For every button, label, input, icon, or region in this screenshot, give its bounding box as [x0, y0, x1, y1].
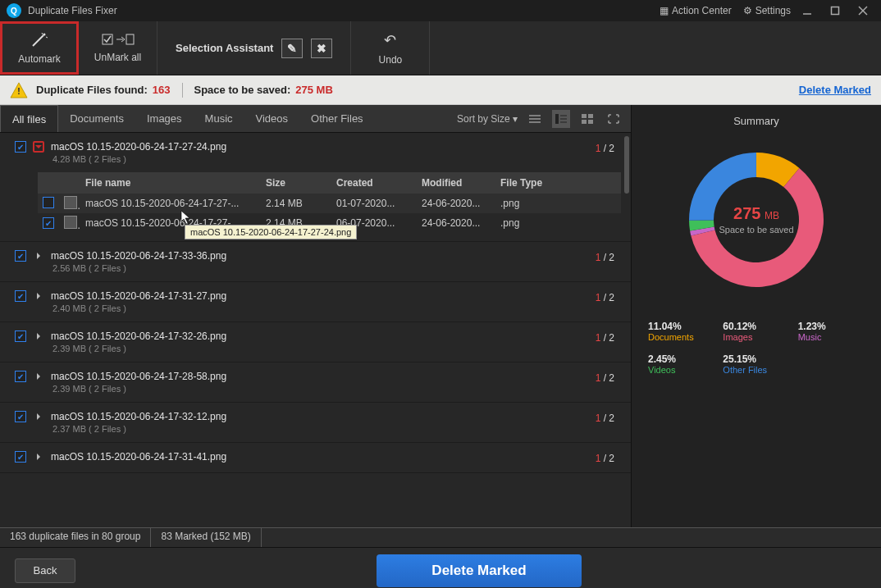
file-group[interactable]: macOS 10.15-2020-06-24-17-33-36.png 2.56…: [0, 242, 631, 282]
group-name: macOS 10.15-2020-06-24-17-27-24.png: [51, 141, 226, 153]
table-header: File name Size Created Modified File Typ…: [38, 172, 621, 194]
expand-caret-icon[interactable]: [33, 451, 44, 463]
group-size: 2.37 MB ( 2 Files ): [52, 424, 621, 434]
group-name: macOS 10.15-2020-06-24-17-33-36.png: [51, 250, 226, 262]
group-checkbox[interactable]: [15, 371, 26, 382]
dup-found-label: Duplicate Files found:: [36, 84, 148, 96]
filter-tabs: All files Documents Images Music Videos …: [0, 105, 631, 133]
unmark-all-button[interactable]: UnMark all: [79, 21, 157, 75]
info-bar: ! Duplicate Files found: 163 Space to be…: [0, 75, 881, 105]
filter-tab-images[interactable]: Images: [135, 105, 194, 132]
image-file-icon: [64, 196, 77, 209]
group-size: 4.28 MB ( 2 Files ): [52, 154, 621, 164]
expand-caret-icon[interactable]: [33, 411, 44, 422]
filter-tab-music[interactable]: Music: [194, 105, 244, 132]
row-created: 01-07-2020...: [331, 198, 417, 209]
status-right: 83 Marked (152 MB): [151, 528, 261, 547]
svg-line-6: [42, 33, 43, 34]
file-group[interactable]: macOS 10.15-2020-06-24-17-32-12.png 2.37…: [0, 403, 631, 443]
group-counter: 1 / 2: [596, 372, 614, 384]
row-checkbox[interactable]: [43, 217, 54, 229]
group-checkbox[interactable]: [15, 141, 26, 153]
svg-rect-19: [588, 114, 593, 118]
svg-rect-1: [832, 7, 839, 15]
group-checkbox[interactable]: [15, 451, 26, 463]
filter-tab-all[interactable]: All files: [0, 105, 58, 132]
group-size: 2.39 MB ( 2 Files ): [52, 344, 621, 353]
left-pane: All files Documents Images Music Videos …: [0, 105, 632, 527]
view-detail-button[interactable]: [552, 110, 570, 128]
file-group[interactable]: macOS 10.15-2020-06-24-17-32-26.png 2.39…: [0, 322, 631, 362]
svg-rect-8: [103, 34, 112, 44]
grid-icon: ▦: [660, 5, 669, 16]
delete-marked-link[interactable]: Delete Marked: [799, 84, 871, 96]
view-grid-button[interactable]: [578, 110, 596, 128]
group-checkbox[interactable]: [15, 330, 26, 342]
summary-title: Summary: [648, 115, 865, 127]
selection-assistant-tool2-button[interactable]: ✖: [311, 39, 332, 58]
file-group[interactable]: macOS 10.15-2020-06-24-17-27-24.png 4.28…: [0, 133, 631, 242]
selection-assistant-tool1-button[interactable]: ✎: [281, 39, 303, 58]
summary-donut-chart: 275 MB Space to be saved: [648, 142, 865, 298]
expand-caret-icon[interactable]: [33, 371, 44, 382]
status-left: 163 duplicate files in 80 group: [0, 528, 151, 547]
donut-value: 275: [733, 204, 760, 222]
fullscreen-button[interactable]: [605, 110, 623, 128]
row-filename: macOS 10.15-2020-06-24-17-27-...: [80, 198, 261, 209]
table-row[interactable]: macOS 10.15-2020-06-24-17-27-... 2.14 MB…: [38, 194, 621, 213]
view-list-button[interactable]: [526, 110, 544, 128]
filename-tooltip: macOS 10.15-2020-06-24-17-27-24.png: [185, 225, 357, 239]
svg-rect-9: [126, 34, 134, 44]
svg-rect-21: [588, 120, 593, 124]
warning-icon: !: [10, 82, 28, 98]
group-counter: 1 / 2: [596, 252, 614, 263]
app-title: Duplicate Files Fixer: [28, 5, 117, 16]
expand-caret-icon[interactable]: [33, 141, 44, 153]
file-group[interactable]: macOS 10.15-2020-06-24-17-31-27.png 2.40…: [0, 282, 631, 322]
wand-small-icon: ✎: [287, 42, 297, 55]
donut-center: 275 MB Space to be saved: [719, 204, 793, 235]
selection-assistant-label: Selection Assistant ✎ ✖: [157, 21, 351, 75]
mouse-cursor-icon: [180, 210, 192, 227]
group-size: 2.40 MB ( 2 Files ): [52, 303, 621, 313]
group-checkbox[interactable]: [15, 250, 26, 262]
group-checkbox[interactable]: [15, 290, 26, 302]
automark-button[interactable]: Automark: [0, 21, 79, 75]
expand-caret-icon[interactable]: [33, 290, 44, 302]
legend-item: 2.45%Videos: [648, 353, 714, 375]
filter-tab-videos[interactable]: Videos: [244, 105, 300, 132]
expand-caret-icon[interactable]: [33, 250, 44, 262]
svg-rect-14: [555, 114, 559, 124]
row-size: 2.14 MB: [261, 198, 331, 209]
file-list[interactable]: macOS 10.15-2020-06-24-17-27-24.png 4.28…: [0, 133, 631, 527]
summary-legend: 11.04%Documents60.12%Images1.23%Music2.4…: [648, 321, 865, 375]
sort-by-dropdown[interactable]: Sort by Size ▾: [457, 113, 518, 125]
group-table: File name Size Created Modified File Typ…: [38, 172, 621, 233]
summary-pane: Summary 275 MB Space to be saved 11.04%D…: [632, 105, 881, 527]
bottom-bar: Back Delete Marked: [0, 547, 881, 588]
group-counter: 1 / 2: [596, 143, 614, 154]
file-group[interactable]: macOS 10.15-2020-06-24-17-28-58.png 2.39…: [0, 362, 631, 403]
status-bar: 163 duplicate files in 80 group 83 Marke…: [0, 527, 881, 547]
back-button[interactable]: Back: [15, 558, 75, 583]
undo-icon: ↶: [384, 31, 396, 49]
svg-text:!: !: [17, 85, 21, 97]
file-group[interactable]: macOS 10.15-2020-06-24-17-31-41.png 1 / …: [0, 443, 631, 473]
filter-tab-documents[interactable]: Documents: [58, 105, 135, 132]
undo-button[interactable]: ↶ Undo: [351, 21, 430, 75]
legend-item: 60.12%Images: [723, 321, 789, 342]
expand-caret-icon[interactable]: [33, 330, 44, 342]
filter-tab-other[interactable]: Other Files: [299, 105, 375, 132]
svg-point-5: [43, 33, 46, 35]
maximize-button[interactable]: [824, 6, 847, 16]
delete-marked-button[interactable]: Delete Marked: [377, 554, 582, 587]
settings-button[interactable]: ⚙ Settings: [743, 5, 791, 16]
space-saved-value: 275 MB: [295, 84, 333, 96]
minimize-button[interactable]: [796, 6, 819, 16]
action-center-button[interactable]: ▦ Action Center: [660, 5, 732, 16]
row-filetype: .png: [495, 198, 621, 209]
group-checkbox[interactable]: [15, 411, 26, 422]
close-button[interactable]: [851, 6, 874, 16]
row-checkbox[interactable]: [43, 197, 54, 208]
svg-line-4: [33, 35, 43, 46]
